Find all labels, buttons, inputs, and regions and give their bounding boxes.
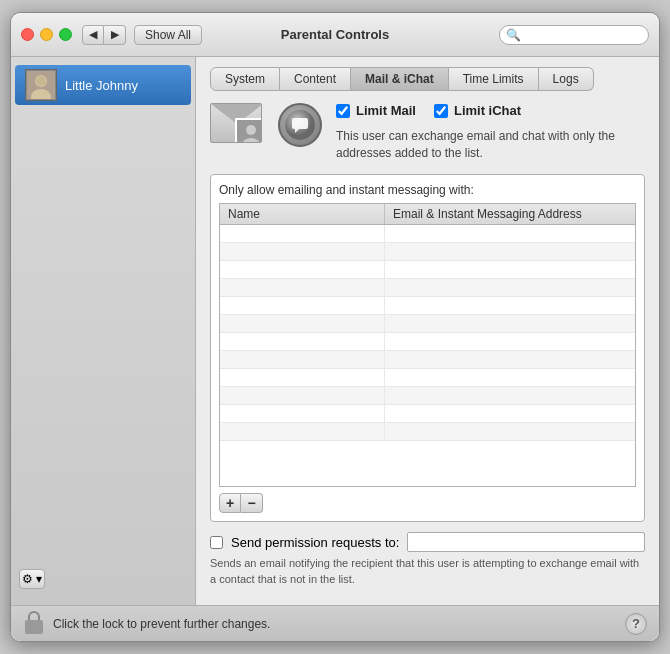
lock-text: Click the lock to prevent further change… (53, 617, 270, 631)
search-input[interactable] (525, 28, 642, 42)
maximize-button[interactable] (59, 28, 72, 41)
main-panel: System Content Mail & iChat Time Limits … (196, 57, 659, 605)
forward-button[interactable]: ▶ (104, 25, 126, 45)
limit-mail-checkbox[interactable] (336, 104, 350, 118)
tabs: System Content Mail & iChat Time Limits … (210, 67, 645, 91)
contacts-label: Only allow emailing and instant messagin… (219, 183, 636, 197)
user-name: Little Johnny (65, 78, 138, 93)
table-header: Name Email & Instant Messaging Address (220, 204, 635, 225)
sidebar-footer: ⚙ ▾ (11, 561, 195, 597)
svg-point-3 (36, 76, 46, 86)
table-row (220, 279, 635, 297)
avatar (25, 69, 57, 101)
mail-photo-thumbnail (235, 118, 262, 143)
table-row (220, 315, 635, 333)
traffic-lights (21, 28, 72, 41)
contacts-section: Only allow emailing and instant messagin… (210, 174, 645, 523)
sidebar: Little Johnny ⚙ ▾ (11, 57, 196, 605)
help-button[interactable]: ? (625, 613, 647, 635)
permission-description: Sends an email notifying the recipient t… (210, 556, 645, 587)
permission-email-input[interactable] (407, 532, 645, 552)
table-row (220, 243, 635, 261)
tab-system[interactable]: System (210, 67, 280, 91)
svg-rect-8 (292, 118, 308, 129)
table-row (220, 261, 635, 279)
table-row (220, 225, 635, 243)
ichat-icon (278, 103, 322, 147)
col-header-email: Email & Instant Messaging Address (385, 204, 635, 224)
back-button[interactable]: ◀ (82, 25, 104, 45)
table-row (220, 369, 635, 387)
permission-section: Send permission requests to: Sends an em… (210, 532, 645, 587)
search-icon: 🔍 (506, 28, 521, 42)
col-header-name: Name (220, 204, 385, 224)
checkboxes-section: Limit Mail Limit iChat This user can exc… (336, 103, 645, 162)
send-permission-label: Send permission requests to: (231, 535, 399, 550)
limit-ichat-label: Limit iChat (454, 103, 521, 118)
tab-content[interactable]: Content (280, 67, 351, 91)
window-title: Parental Controls (281, 27, 389, 42)
close-button[interactable] (21, 28, 34, 41)
tab-logs[interactable]: Logs (539, 67, 594, 91)
lock-icon (23, 611, 45, 637)
table-body (220, 225, 635, 487)
table-buttons: + − (219, 493, 636, 513)
remove-contact-button[interactable]: − (241, 493, 263, 513)
mail-ichat-description: This user can exchange email and chat wi… (336, 128, 645, 162)
tab-mail-ichat[interactable]: Mail & iChat (351, 67, 449, 91)
table-row (220, 387, 635, 405)
permission-row: Send permission requests to: (210, 532, 645, 552)
limit-mail-row: Limit Mail Limit iChat (336, 103, 645, 118)
lock-button[interactable]: Click the lock to prevent further change… (23, 611, 270, 637)
table-row (220, 297, 635, 315)
limit-ichat-checkbox[interactable] (434, 104, 448, 118)
table-row (220, 333, 635, 351)
nav-buttons: ◀ ▶ (82, 25, 126, 45)
contacts-table: Name Email & Instant Messaging Address (219, 203, 636, 488)
limit-mail-label: Limit Mail (356, 103, 416, 118)
minimize-button[interactable] (40, 28, 53, 41)
mail-ichat-header: Limit Mail Limit iChat This user can exc… (210, 103, 645, 162)
table-row (220, 405, 635, 423)
svg-point-5 (246, 125, 256, 135)
show-all-button[interactable]: Show All (134, 25, 202, 45)
content-area: Little Johnny ⚙ ▾ System Content Mail & … (11, 57, 659, 605)
lock-body (25, 620, 43, 634)
parental-controls-window: ◀ ▶ Show All Parental Controls 🔍 (10, 12, 660, 642)
mail-envelope (210, 103, 262, 143)
table-row (220, 351, 635, 369)
send-permission-checkbox[interactable] (210, 536, 223, 549)
tab-time-limits[interactable]: Time Limits (449, 67, 539, 91)
sidebar-item-little-johnny[interactable]: Little Johnny (15, 65, 191, 105)
gear-button[interactable]: ⚙ ▾ (19, 569, 45, 589)
add-contact-button[interactable]: + (219, 493, 241, 513)
table-row (220, 423, 635, 441)
search-box[interactable]: 🔍 (499, 25, 649, 45)
titlebar: ◀ ▶ Show All Parental Controls 🔍 (11, 13, 659, 57)
bottom-bar: Click the lock to prevent further change… (11, 605, 659, 641)
mail-icon (210, 103, 264, 157)
